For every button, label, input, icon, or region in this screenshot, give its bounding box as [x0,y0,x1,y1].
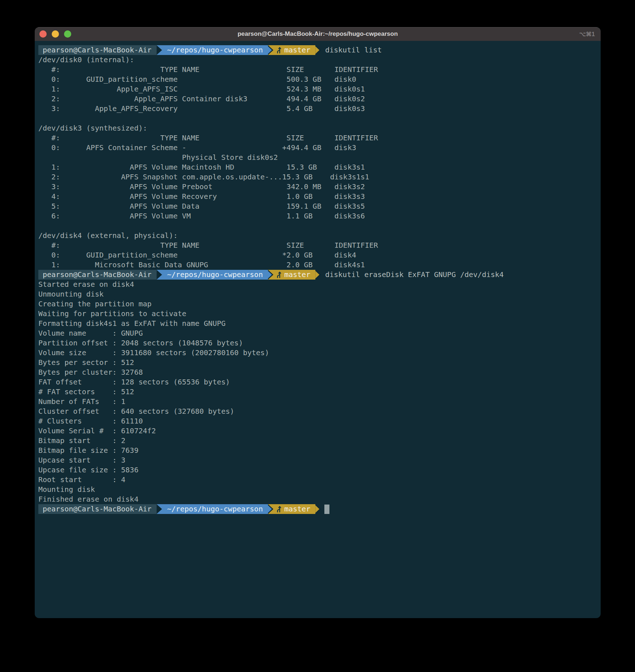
minimize-button[interactable] [52,30,59,38]
window-title: pearson@Carls-MacBook-Air:~/repos/hugo-c… [35,30,601,38]
prompt-line-2: pearson@Carls-MacBook-Air ~/repos/hugo-c… [38,270,598,280]
powerline-separator-icon [157,45,162,55]
terminal-cursor[interactable] [324,505,329,514]
powerline-separator-icon [268,270,273,280]
powerline-separator-icon [315,45,321,55]
keyboard-shortcut-badge: ⌥⌘1 [579,31,601,38]
close-button[interactable] [39,30,47,38]
git-branch-label: master [284,270,310,280]
git-branch-icon [276,505,282,513]
powerline-separator-icon [157,504,162,514]
command-text-2: diskutil eraseDisk ExFAT GNUPG /dev/disk… [325,270,504,280]
erase-disk-output: Started erase on disk4 Unmounting disk C… [38,280,598,504]
prompt-directory-segment: ~/repos/hugo-cwpearson [162,45,268,55]
git-branch-icon [276,271,282,279]
git-branch-icon [276,46,282,54]
titlebar[interactable]: pearson@Carls-MacBook-Air:~/repos/hugo-c… [35,27,601,41]
terminal-window: pearson@Carls-MacBook-Air:~/repos/hugo-c… [35,27,601,618]
zoom-button[interactable] [64,30,71,38]
prompt-line-3: pearson@Carls-MacBook-Air ~/repos/hugo-c… [38,504,598,514]
command-text-1: diskutil list [325,45,382,55]
prompt-host-segment: pearson@Carls-MacBook-Air [38,45,157,55]
diskutil-list-output: /dev/disk0 (internal): #: TYPE NAME SIZE… [38,55,598,270]
traffic-lights [35,30,71,38]
git-branch-label: master [284,504,310,514]
powerline-separator-icon [157,270,162,280]
powerline-separator-icon [268,45,273,55]
powerline-separator-icon [315,270,321,280]
prompt-line-1: pearson@Carls-MacBook-Air ~/repos/hugo-c… [38,45,598,55]
terminal-content[interactable]: pearson@Carls-MacBook-Air ~/repos/hugo-c… [35,41,601,618]
prompt-git-segment: master [273,504,315,514]
powerline-separator-icon [268,504,273,514]
git-branch-label: master [284,45,310,55]
prompt-directory-segment: ~/repos/hugo-cwpearson [162,504,268,514]
prompt-host-segment: pearson@Carls-MacBook-Air [38,270,157,280]
prompt-git-segment: master [273,45,315,55]
powerline-separator-icon [315,504,321,514]
prompt-git-segment: master [273,270,315,280]
prompt-host-segment: pearson@Carls-MacBook-Air [38,504,157,514]
prompt-directory-segment: ~/repos/hugo-cwpearson [162,270,268,280]
